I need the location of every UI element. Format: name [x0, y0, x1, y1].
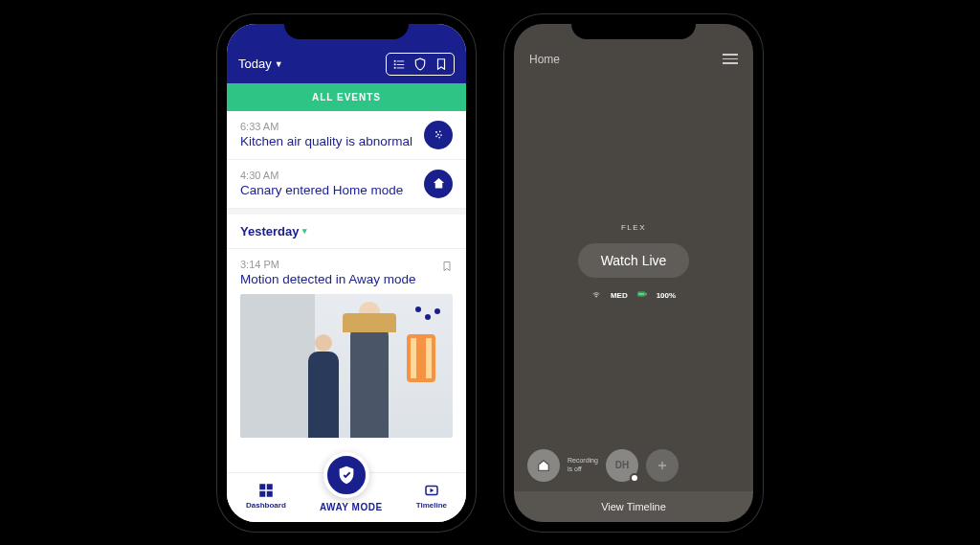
event-title: Motion detected in Away mode — [240, 272, 416, 286]
event-time: 3:14 PM — [240, 259, 416, 270]
event-item-motion[interactable]: 3:14 PM Motion detected in Away mode — [227, 249, 466, 438]
list-view-icon[interactable] — [392, 57, 406, 71]
view-timeline-button[interactable]: View Timeline — [514, 491, 753, 522]
screen-left: Today ▼ ALL EVENTS 6:33 AM Kitch — [227, 24, 466, 522]
phone-left: Today ▼ ALL EVENTS 6:33 AM Kitch — [217, 14, 476, 532]
svg-rect-20 — [645, 293, 646, 295]
member-avatar[interactable]: DH — [606, 449, 638, 482]
add-member-button[interactable] — [646, 449, 679, 482]
events-list[interactable]: 6:33 AM Kitchen air quality is abnormal … — [227, 111, 466, 472]
svg-point-6 — [435, 131, 437, 133]
svg-rect-15 — [267, 490, 273, 496]
header-bar: Home — [514, 24, 753, 76]
event-time: 4:30 AM — [240, 170, 403, 181]
recording-status: Recording is off — [568, 457, 598, 473]
svg-point-8 — [436, 134, 438, 136]
nav-dashboard-label: Dashboard — [246, 501, 286, 510]
camera-name: FLEX — [621, 223, 646, 232]
date-section-header[interactable]: Yesterday ▾ — [227, 209, 466, 249]
svg-rect-3 — [397, 64, 405, 65]
chevron-down-icon: ▼ — [275, 59, 283, 69]
nav-mode[interactable]: AWAY MODE — [320, 479, 383, 512]
svg-rect-0 — [394, 59, 396, 61]
location-title[interactable]: Home — [529, 53, 560, 66]
nav-timeline-label: Timeline — [416, 501, 447, 510]
header-toolbar — [386, 53, 455, 76]
svg-rect-4 — [394, 66, 396, 68]
svg-point-17 — [595, 296, 596, 297]
battery-level: 100% — [657, 291, 676, 300]
event-title: Canary entered Home mode — [240, 183, 403, 197]
menu-icon[interactable] — [723, 54, 738, 64]
svg-point-10 — [435, 136, 437, 138]
date-filter-dropdown[interactable]: Today ▼ — [238, 57, 283, 71]
nav-mode-label: AWAY MODE — [320, 502, 383, 512]
svg-rect-19 — [638, 293, 644, 296]
battery-icon — [637, 289, 647, 301]
shield-check-icon — [323, 452, 369, 498]
home-mode-button[interactable] — [527, 449, 560, 482]
svg-rect-5 — [397, 67, 405, 68]
event-title: Kitchen air quality is abnormal — [240, 134, 412, 148]
home-mode-icon — [424, 170, 453, 198]
svg-point-9 — [440, 134, 442, 136]
wifi-icon — [591, 289, 601, 301]
svg-point-11 — [438, 137, 440, 139]
event-item[interactable]: 6:33 AM Kitchen air quality is abnormal — [227, 111, 466, 160]
date-filter-label: Today — [238, 57, 272, 71]
header-bar: Today ▼ — [227, 24, 466, 83]
all-events-banner[interactable]: ALL EVENTS — [227, 83, 466, 111]
camera-view: FLEX Watch Live MED 100% — [514, 76, 753, 449]
event-item[interactable]: 4:30 AM Canary entered Home mode — [227, 160, 466, 209]
date-section-label: Yesterday — [240, 224, 299, 238]
screen-right: Home FLEX Watch Live MED 100% — [514, 24, 753, 522]
svg-rect-1 — [397, 60, 405, 61]
nav-dashboard[interactable]: Dashboard — [246, 482, 286, 510]
presence-indicator-icon — [630, 473, 639, 483]
svg-rect-12 — [259, 484, 265, 489]
bottom-nav: Dashboard AWAY MODE Timeline — [227, 472, 466, 522]
camera-stats: MED 100% — [591, 289, 676, 301]
chevron-down-icon: ▾ — [302, 226, 307, 236]
air-quality-icon — [424, 121, 453, 149]
bookmark-icon[interactable] — [441, 259, 453, 276]
member-initials: DH — [615, 460, 629, 470]
svg-rect-2 — [394, 63, 396, 65]
svg-rect-13 — [267, 484, 273, 489]
svg-point-7 — [438, 131, 440, 133]
member-row: Recording is off DH — [514, 449, 753, 491]
wifi-level: MED — [611, 291, 628, 300]
motion-thumbnail[interactable] — [240, 294, 453, 438]
shield-filter-icon[interactable] — [413, 57, 427, 71]
watch-live-button[interactable]: Watch Live — [578, 243, 690, 278]
bookmark-filter-icon[interactable] — [434, 57, 448, 71]
nav-timeline[interactable]: Timeline — [416, 482, 447, 510]
event-time: 6:33 AM — [240, 121, 412, 132]
phone-right: Home FLEX Watch Live MED 100% — [504, 14, 763, 532]
svg-rect-14 — [259, 490, 265, 496]
